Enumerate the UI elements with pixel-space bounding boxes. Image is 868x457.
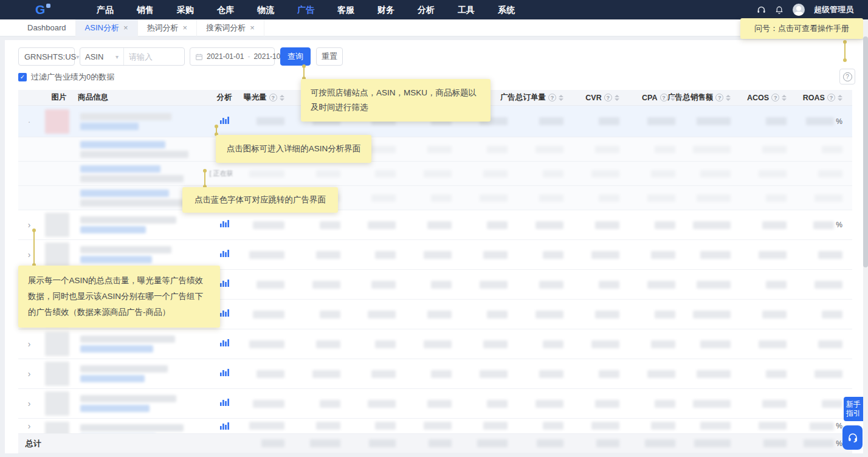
value-placeholder bbox=[427, 146, 452, 153]
nav-item-工具[interactable]: 工具 bbox=[446, 0, 486, 19]
username[interactable]: 超级管理员 bbox=[814, 4, 853, 15]
sort-icon[interactable] bbox=[838, 95, 842, 101]
asin-link-placeholder[interactable] bbox=[80, 405, 150, 412]
header-col-ACOS[interactable]: ACOS? bbox=[740, 94, 796, 102]
adgroup-link-placeholder[interactable] bbox=[80, 141, 165, 148]
asin-link-placeholder[interactable] bbox=[80, 375, 145, 382]
page-scrollbar-thumb[interactable] bbox=[863, 36, 868, 267]
customer-service-button[interactable] bbox=[842, 425, 863, 450]
bar-chart-icon[interactable] bbox=[220, 309, 229, 320]
expand-chevron-icon[interactable]: › bbox=[28, 340, 31, 348]
filter-zero-checkbox-row[interactable]: ✓ 过滤广告业绩为0的数据 bbox=[18, 72, 114, 83]
sort-icon[interactable] bbox=[615, 95, 619, 101]
date-range-picker[interactable]: 2021-01-01 - 2021-10-12 bbox=[190, 47, 275, 66]
nav-item-系统[interactable]: 系统 bbox=[486, 0, 526, 19]
tab-ASIN分析[interactable]: ASIN分析× bbox=[76, 19, 138, 36]
analysis-cell bbox=[210, 338, 238, 349]
data-cell bbox=[405, 422, 461, 430]
nav-item-产品[interactable]: 产品 bbox=[85, 0, 125, 19]
asin-link-placeholder[interactable] bbox=[80, 345, 153, 352]
tab-热词分析[interactable]: 热词分析× bbox=[138, 19, 198, 36]
bell-icon[interactable] bbox=[775, 5, 784, 15]
shop-select[interactable]: GRNSHTS:US ▾ bbox=[18, 47, 75, 66]
data-cell bbox=[405, 170, 461, 177]
adgroup-link-placeholder[interactable] bbox=[80, 190, 169, 197]
nav-item-广告[interactable]: 广告 bbox=[286, 0, 326, 19]
nav-item-销售[interactable]: 销售 bbox=[125, 0, 165, 19]
data-cell bbox=[740, 251, 796, 259]
keyword-input[interactable] bbox=[124, 52, 184, 61]
value-placeholder bbox=[759, 251, 787, 259]
nav-item-客服[interactable]: 客服 bbox=[326, 0, 366, 19]
expand-chevron-icon[interactable]: › bbox=[28, 369, 31, 378]
header-col-CVR[interactable]: CVR? bbox=[573, 94, 629, 102]
expand-dot-icon[interactable]: · bbox=[28, 117, 31, 126]
sort-icon[interactable] bbox=[782, 95, 787, 101]
header-col-广告总销售额[interactable]: 广告总销售额? bbox=[685, 92, 741, 103]
query-button[interactable]: 查询 bbox=[280, 47, 311, 66]
column-label: 曝光量 bbox=[244, 92, 267, 103]
bar-chart-icon[interactable] bbox=[220, 249, 229, 260]
value-placeholder bbox=[766, 194, 787, 202]
nav-item-采购[interactable]: 采购 bbox=[165, 0, 205, 19]
header-col-广告总订单量[interactable]: 广告总订单量? bbox=[517, 92, 573, 103]
header-col-ROAS[interactable]: ROAS? bbox=[796, 94, 852, 102]
headset-icon[interactable] bbox=[757, 5, 766, 15]
tab-Dashboard[interactable]: Dashboard bbox=[18, 19, 76, 36]
expand-chevron-icon[interactable]: › bbox=[28, 250, 31, 259]
header-col-曝光量[interactable]: 曝光量? bbox=[238, 92, 294, 103]
asin-link-placeholder[interactable] bbox=[80, 123, 139, 130]
user-avatar[interactable] bbox=[793, 4, 805, 16]
sort-icon[interactable] bbox=[280, 95, 284, 101]
expand-chevron-icon[interactable]: › bbox=[28, 221, 31, 229]
data-cell bbox=[350, 281, 406, 289]
column-help-icon[interactable]: ? bbox=[269, 94, 277, 101]
value-placeholder bbox=[762, 146, 787, 153]
bar-chart-icon[interactable] bbox=[220, 398, 229, 409]
value-placeholder bbox=[249, 170, 284, 177]
bar-chart-icon[interactable] bbox=[220, 422, 229, 433]
bar-chart-icon[interactable] bbox=[220, 368, 229, 379]
navbar-right: 超级管理员 bbox=[757, 4, 868, 16]
tab-close-icon[interactable]: × bbox=[123, 24, 128, 32]
sort-icon[interactable] bbox=[559, 95, 563, 101]
nav-item-仓库[interactable]: 仓库 bbox=[205, 0, 246, 19]
expand-chevron-icon[interactable]: › bbox=[28, 399, 31, 408]
data-cell bbox=[740, 311, 796, 318]
app-root: G 产品销售采购仓库物流广告客服财务分析工具系统 超级管理员 Dashboard… bbox=[0, 0, 868, 457]
bar-chart-icon[interactable] bbox=[220, 219, 229, 230]
app-logo[interactable]: G bbox=[35, 2, 61, 17]
column-help-icon[interactable]: ? bbox=[771, 94, 779, 101]
bar-chart-icon[interactable] bbox=[220, 338, 229, 349]
nav-item-分析[interactable]: 分析 bbox=[406, 0, 446, 19]
column-help-icon[interactable]: ? bbox=[715, 94, 723, 101]
tab-close-icon[interactable]: × bbox=[250, 24, 255, 32]
asin-link-placeholder[interactable] bbox=[80, 256, 152, 263]
column-help-icon[interactable]: ? bbox=[548, 94, 556, 101]
data-cell bbox=[461, 194, 517, 202]
product-image-cell bbox=[40, 109, 78, 134]
nav-item-财务[interactable]: 财务 bbox=[366, 0, 406, 19]
tab-搜索词分析[interactable]: 搜索词分析× bbox=[197, 19, 264, 36]
help-button[interactable]: ? bbox=[839, 69, 855, 84]
asin-link-placeholder[interactable] bbox=[80, 226, 146, 233]
column-help-icon[interactable]: ? bbox=[827, 94, 835, 101]
data-cell bbox=[461, 251, 517, 259]
column-help-icon[interactable]: ? bbox=[604, 94, 612, 101]
checkbox-checked-icon[interactable]: ✓ bbox=[18, 73, 27, 81]
tab-close-icon[interactable]: × bbox=[183, 24, 188, 32]
reset-button[interactable]: 重置 bbox=[316, 47, 343, 66]
newbie-guide-button[interactable]: 新手 指引 bbox=[844, 397, 863, 421]
adgroup-link-placeholder[interactable] bbox=[80, 165, 160, 173]
value-placeholder bbox=[320, 221, 340, 229]
total-cell bbox=[294, 439, 350, 447]
search-type-select[interactable]: ASIN ▾ bbox=[80, 48, 124, 65]
nav-item-物流[interactable]: 物流 bbox=[246, 0, 286, 19]
expand-chevron-icon[interactable]: › bbox=[28, 422, 31, 430]
sort-icon[interactable] bbox=[726, 95, 731, 101]
data-cell bbox=[350, 422, 406, 430]
bar-chart-icon[interactable] bbox=[220, 116, 229, 127]
bar-chart-icon[interactable] bbox=[220, 279, 229, 290]
column-help-icon[interactable]: ? bbox=[660, 94, 668, 101]
tab-list: DashboardASIN分析×热词分析×搜索词分析× bbox=[18, 19, 264, 36]
